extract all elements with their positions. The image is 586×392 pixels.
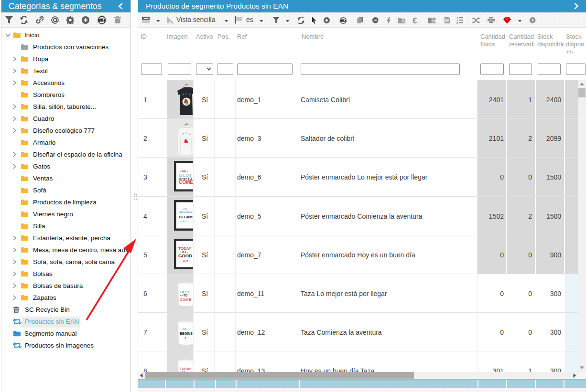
svg-text:, a n: , a n xyxy=(181,244,184,246)
svg-text:csv: csv xyxy=(445,19,450,22)
svg-text:~ DAY ~: ~ DAY ~ xyxy=(180,259,191,262)
svg-text:COME: COME xyxy=(180,297,192,302)
svg-text:?: ? xyxy=(532,18,534,23)
svg-text:Adventure: Adventure xyxy=(178,210,193,214)
svg-text:GOOD: GOOD xyxy=(178,253,192,258)
svg-text:€: € xyxy=(412,17,417,24)
svg-text:TODAY: TODAY xyxy=(178,246,192,251)
svg-text:Adv: Adv xyxy=(182,328,187,330)
svg-text:== TO: == TO xyxy=(180,294,187,297)
svg-text:BEGINS: BEGINS xyxy=(180,332,193,335)
svg-text:. . . . .: . . . . . xyxy=(180,167,184,170)
svg-text:TODAY: TODAY xyxy=(180,367,191,371)
svg-text:. . . . .: . . . . . xyxy=(180,184,185,187)
svg-text:3: 3 xyxy=(456,21,458,24)
svg-text:BEGINS: BEGINS xyxy=(179,215,194,219)
